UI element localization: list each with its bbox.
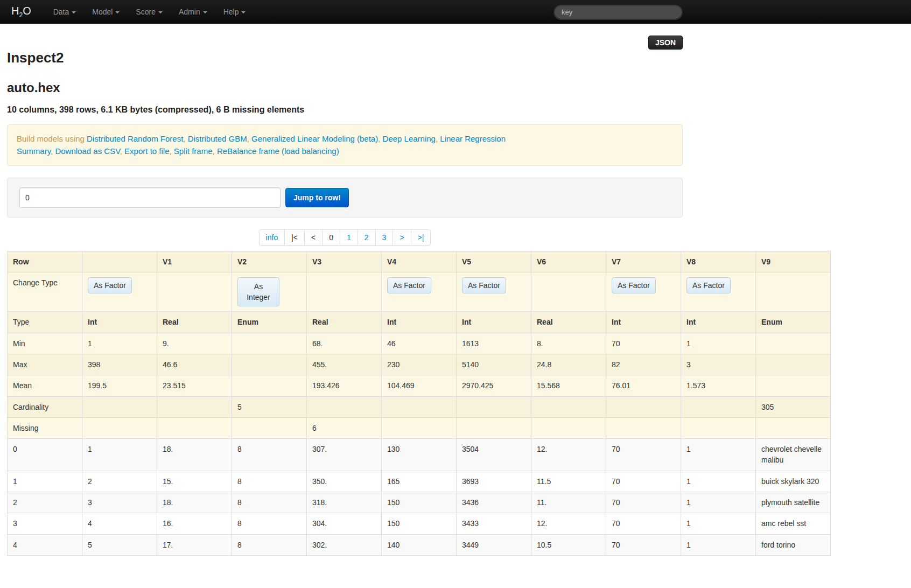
menu-admin-label: Admin xyxy=(179,8,200,16)
as-integer-button[interactable]: As Integer xyxy=(237,277,279,307)
model-link[interactable]: Distributed GBM xyxy=(188,134,247,143)
change-type-cell: As Factor xyxy=(457,272,531,312)
model-link[interactable]: Deep Learning xyxy=(383,134,436,143)
stat-cell: Int xyxy=(681,312,756,333)
chevron-down-icon xyxy=(72,11,76,13)
stat-cell: 398 xyxy=(82,354,157,375)
data-cell: 12. xyxy=(531,513,606,534)
stat-cell: 3 xyxy=(681,354,756,375)
brand-h: H xyxy=(11,5,19,17)
pagination-next[interactable]: > xyxy=(393,229,411,246)
data-cell: 18. xyxy=(157,492,232,513)
change-type-cell xyxy=(531,272,606,312)
stat-cell: 455. xyxy=(307,354,382,375)
pagination-page-3[interactable]: 3 xyxy=(375,229,394,246)
data-cell: 150 xyxy=(382,513,457,534)
key-search-input[interactable] xyxy=(553,4,683,19)
row-label-min: Min xyxy=(8,333,82,354)
stat-cell xyxy=(606,417,681,438)
data-cell: 150 xyxy=(382,492,457,513)
col-header-v9: V9 xyxy=(756,251,831,272)
frame-action-link[interactable]: ReBalance frame (load balancing) xyxy=(217,146,339,156)
model-link[interactable]: Linear Regression xyxy=(440,134,506,143)
data-cell: 70 xyxy=(606,513,681,534)
menu-model-label: Model xyxy=(92,8,113,16)
col-header-unnamed xyxy=(82,251,157,272)
pagination: info|<<0123>>| xyxy=(7,229,683,246)
link-separator: , xyxy=(183,134,187,143)
data-cell: 3504 xyxy=(457,439,531,471)
stat-cell: Real xyxy=(531,312,606,333)
pagination-item: 3 xyxy=(376,229,394,246)
row-index: 3 xyxy=(8,513,82,534)
stat-cell: 46 xyxy=(382,333,457,354)
jump-to-row-button[interactable]: Jump to row! xyxy=(285,188,349,207)
stat-cell xyxy=(457,396,531,417)
as-factor-button[interactable]: As Factor xyxy=(462,277,506,293)
row-index: 2 xyxy=(8,492,82,513)
data-cell: 70 xyxy=(606,534,681,555)
as-factor-button[interactable]: As Factor xyxy=(612,277,656,293)
stat-cell xyxy=(457,417,531,438)
stat-cell: 15.568 xyxy=(531,375,606,396)
data-cell: 350. xyxy=(307,471,382,492)
data-cell: 1 xyxy=(681,439,756,471)
data-cell: 1 xyxy=(681,492,756,513)
as-factor-button[interactable]: As Factor xyxy=(387,277,431,293)
data-cell: 8 xyxy=(232,471,307,492)
frame-action-link[interactable]: Export to file xyxy=(124,146,169,156)
stat-cell: Int xyxy=(382,312,457,333)
brand-o: O xyxy=(23,5,31,17)
pagination-page-0[interactable]: 0 xyxy=(322,229,340,246)
frame-action-link[interactable]: Summary xyxy=(17,146,51,156)
pagination-page-2[interactable]: 2 xyxy=(358,229,376,246)
frame-action-link[interactable]: Download as CSV xyxy=(55,146,120,156)
frame-action-link[interactable]: Split frame xyxy=(174,146,213,156)
row-label-change-type: Change Type xyxy=(8,272,82,312)
chevron-down-icon xyxy=(241,11,246,13)
col-header-v6: V6 xyxy=(531,251,606,272)
link-separator: , xyxy=(169,146,173,156)
row-label-cardinality: Cardinality xyxy=(8,396,82,417)
pagination-info[interactable]: info xyxy=(259,229,285,246)
h2o-logo[interactable]: H2O xyxy=(7,5,36,19)
model-link[interactable]: Distributed Random Forest xyxy=(87,134,183,143)
main-menu: Data Model Score Admin Help xyxy=(45,1,254,23)
data-cell: 1 xyxy=(681,534,756,555)
menu-score[interactable]: Score xyxy=(128,1,171,23)
pagination-last[interactable]: >| xyxy=(411,229,431,246)
row-number-input[interactable] xyxy=(19,187,281,208)
chevron-down-icon xyxy=(203,11,207,13)
data-cell: 70 xyxy=(606,439,681,471)
model-link[interactable]: Generalized Linear Modeling (beta) xyxy=(251,134,378,143)
frame-table: RowV1V2V3V4V5V6V7V8V9Change TypeAs Facto… xyxy=(7,251,831,556)
stat-cell xyxy=(756,375,831,396)
stat-cell xyxy=(82,396,157,417)
change-type-cell: As Integer xyxy=(232,272,307,312)
stat-cell xyxy=(82,417,157,438)
page-container: JSON Inspect2 auto.hex 10 columns, 398 r… xyxy=(7,24,683,246)
build-models-alert: Build models using Distributed Random Fo… xyxy=(7,124,683,166)
pagination-item: info xyxy=(259,229,285,246)
row-label-mean: Mean xyxy=(8,375,82,396)
data-cell: 130 xyxy=(382,439,457,471)
menu-model[interactable]: Model xyxy=(84,1,128,23)
stat-cell xyxy=(157,417,232,438)
pagination-page-1[interactable]: 1 xyxy=(340,229,358,246)
as-factor-button[interactable]: As Factor xyxy=(686,277,731,293)
col-header-v2: V2 xyxy=(232,251,307,272)
menu-help[interactable]: Help xyxy=(215,1,254,23)
as-factor-button[interactable]: As Factor xyxy=(88,277,132,293)
col-header-row: Row xyxy=(8,251,82,272)
json-button[interactable]: JSON xyxy=(648,36,683,50)
chevron-down-icon xyxy=(115,11,120,13)
stat-cell xyxy=(531,396,606,417)
menu-admin[interactable]: Admin xyxy=(171,1,215,23)
link-separator: , xyxy=(247,134,251,143)
menu-data[interactable]: Data xyxy=(45,1,85,23)
data-cell: buick skylark 320 xyxy=(756,471,831,492)
data-cell: 10.5 xyxy=(531,534,606,555)
stats-row-cardinality: Cardinality5305 xyxy=(8,396,831,417)
data-cell: 318. xyxy=(307,492,382,513)
stat-cell xyxy=(157,396,232,417)
